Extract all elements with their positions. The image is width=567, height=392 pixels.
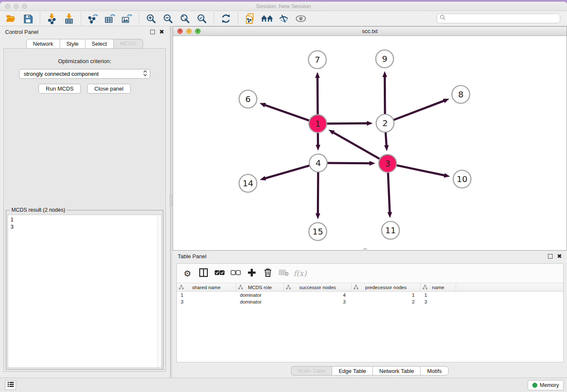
- tab-edge-table[interactable]: Edge Table: [332, 366, 373, 375]
- splitter-handle[interactable]: [170, 195, 172, 206]
- column-header-name[interactable]: name: [421, 283, 456, 291]
- export-image-button[interactable]: [118, 12, 135, 25]
- arrowhead: [383, 71, 387, 77]
- close-panel-icon[interactable]: ✖: [159, 29, 164, 35]
- column-header-MCDS-role[interactable]: MCDS role: [236, 283, 284, 291]
- edge-2-3[interactable]: [385, 131, 386, 146]
- select-all-button[interactable]: [212, 266, 227, 281]
- app-titlebar: Session: New Session: [0, 2, 567, 11]
- memory-button[interactable]: Memory: [528, 380, 564, 390]
- cell[interactable]: 4: [284, 293, 352, 298]
- import-network-button[interactable]: [44, 12, 61, 25]
- control-panel-tabs: NetworkStyleSelectMCDS: [0, 39, 169, 49]
- arrowhead: [260, 176, 266, 181]
- float-panel-icon[interactable]: [150, 30, 155, 34]
- cell[interactable]: dominator: [236, 293, 284, 298]
- search-icon: [440, 14, 446, 22]
- show-details-button[interactable]: [292, 12, 309, 25]
- network-canvas[interactable]: 7968124314101511: [173, 36, 567, 250]
- arrowhead: [384, 145, 389, 151]
- table-row[interactable]: 1dominator411: [177, 292, 563, 298]
- cell[interactable]: 3: [421, 299, 456, 304]
- export-table-button[interactable]: [102, 12, 118, 25]
- zoom-selected-icon: [197, 14, 207, 24]
- edge-2-8[interactable]: [393, 100, 445, 120]
- zoom-fit-icon: [180, 14, 190, 24]
- edge-3-11[interactable]: [388, 171, 390, 213]
- search-input[interactable]: [446, 16, 557, 22]
- edge-1-6[interactable]: [264, 105, 310, 121]
- optimization-label: Optimization criterion:: [4, 58, 165, 64]
- function-builder-button[interactable]: f(x): [293, 266, 307, 281]
- add-column-button[interactable]: [245, 266, 259, 281]
- stepper-arrows-icon: [143, 70, 147, 78]
- cell[interactable]: 3: [284, 299, 352, 304]
- node-label-6: 6: [245, 94, 251, 104]
- result-scrollbar[interactable]: [157, 215, 161, 367]
- zoom-out-button[interactable]: [160, 12, 176, 25]
- mcds-result-title: MCDS result (2 nodes): [10, 207, 67, 213]
- optimization-dropdown[interactable]: strongly connected component: [19, 69, 150, 79]
- import-table-button[interactable]: [61, 12, 77, 25]
- table-settings-button[interactable]: ⚙: [180, 266, 195, 281]
- vertical-splitter[interactable]: [169, 26, 173, 378]
- trash-icon: [263, 268, 272, 279]
- two-houses-icon: [261, 14, 273, 24]
- refresh-icon: [221, 14, 231, 24]
- close-panel-icon[interactable]: ✖: [557, 253, 562, 259]
- two-houses-button[interactable]: [259, 12, 275, 25]
- tab-node-table[interactable]: Node Table: [291, 366, 333, 375]
- tab-network-table[interactable]: Network Table: [372, 366, 421, 375]
- memory-label: Memory: [540, 382, 559, 388]
- column-header-shared-name[interactable]: shared name: [177, 283, 236, 291]
- table-tabs: Node TableEdge TableNetwork TableMotifs: [173, 366, 567, 375]
- close-panel-button[interactable]: Close panel: [87, 84, 131, 94]
- tab-mcds[interactable]: MCDS: [113, 39, 143, 49]
- tab-style[interactable]: Style: [60, 39, 85, 49]
- delete-table-button[interactable]: [277, 266, 291, 281]
- edge-4-14[interactable]: [264, 165, 310, 179]
- mcds-result-list[interactable]: 1 3: [8, 215, 162, 368]
- arrowhead: [443, 99, 449, 103]
- tab-network[interactable]: Network: [26, 39, 60, 49]
- edge-3-10[interactable]: [396, 165, 446, 176]
- table-row[interactable]: 3dominator323: [177, 298, 563, 305]
- list-icon: [7, 381, 14, 389]
- table-header-row: shared nameMCDS rolesuccessor nodesprede…: [177, 283, 563, 292]
- clone-network-icon: [245, 13, 255, 24]
- clone-network-button[interactable]: [242, 12, 259, 25]
- tab-motifs[interactable]: Motifs: [420, 366, 449, 375]
- column-display-button[interactable]: [196, 266, 211, 281]
- tab-select[interactable]: Select: [85, 39, 114, 49]
- run-mcds-button[interactable]: Run MCDS: [39, 84, 81, 94]
- zoom-selected-button[interactable]: [193, 12, 210, 25]
- refresh-layout-button[interactable]: [217, 12, 234, 25]
- float-panel-icon[interactable]: [548, 254, 553, 259]
- edge-2-9[interactable]: [385, 76, 385, 115]
- edge-1-7[interactable]: [317, 77, 318, 116]
- cell[interactable]: 1: [421, 293, 456, 298]
- edge-4-3[interactable]: [326, 163, 371, 163]
- column-header-predecessor-nodes[interactable]: predecessor nodes: [352, 283, 421, 291]
- export-network-button[interactable]: [85, 12, 102, 25]
- cell[interactable]: 1: [352, 293, 421, 298]
- task-history-button[interactable]: [5, 380, 16, 390]
- cell[interactable]: 2: [352, 299, 421, 304]
- edge-3-1[interactable]: [333, 132, 381, 160]
- cell[interactable]: 3: [177, 299, 236, 304]
- column-header-successor-nodes[interactable]: successor nodes: [284, 283, 352, 291]
- toggle-details-button[interactable]: [275, 12, 292, 25]
- zoom-fit-button[interactable]: [176, 12, 193, 25]
- network-window-titlebar[interactable]: ✕ − + scc.txt: [173, 27, 567, 36]
- open-session-button[interactable]: [3, 12, 19, 25]
- edge-4-15[interactable]: [318, 171, 318, 215]
- cell[interactable]: 1: [177, 293, 236, 298]
- arrowhead: [315, 72, 320, 78]
- save-session-button[interactable]: [19, 12, 36, 25]
- edge-1-2[interactable]: [326, 123, 368, 124]
- delete-column-button[interactable]: [261, 266, 275, 281]
- cell[interactable]: dominator: [236, 299, 284, 304]
- search-field[interactable]: [437, 14, 560, 23]
- zoom-in-button[interactable]: [143, 12, 160, 25]
- deselect-all-button[interactable]: [228, 266, 243, 281]
